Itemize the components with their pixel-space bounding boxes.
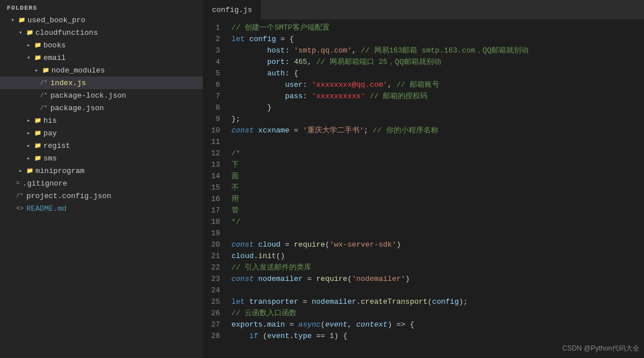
code-line-12: 12 /* <box>203 148 644 159</box>
sidebar-title: FOLDERS <box>0 0 203 14</box>
code-line-22: 22 // 引入发送邮件的类库 <box>203 262 644 273</box>
sidebar-item-label: .gitignore <box>23 179 67 188</box>
tab-label: config.js <box>212 6 252 14</box>
sidebar-item-pay[interactable]: ▸ 📁 pay <box>0 127 203 139</box>
sidebar-item-his[interactable]: ▸ 📁 his <box>0 114 203 127</box>
sidebar-item-label: books <box>43 41 66 50</box>
code-area: 1 // 创建一个SMTP客户端配置 2 let config = { 3 ho… <box>203 20 644 342</box>
folder-icon: 📁 <box>33 116 42 125</box>
code-line-20: 20 const cloud = require('wx-server-sdk'… <box>203 239 644 251</box>
sidebar-item-index-js[interactable]: /* index.js <box>0 77 203 89</box>
code-line-10: 10 const xcxname = '重庆大学二手书'; // 你的小程序名称 <box>203 125 644 136</box>
sidebar-item-sms[interactable]: ▸ 📁 sms <box>0 152 203 164</box>
sidebar-item-package-lock[interactable]: /* package-lock.json <box>0 89 203 102</box>
sidebar-item-label: project.config.json <box>26 192 111 200</box>
sidebar-item-label: email <box>43 54 66 62</box>
sidebar-item-regist[interactable]: ▸ 📁 regist <box>0 139 203 152</box>
code-line-13: 13 下 <box>203 159 644 171</box>
file-prefix: /* <box>40 104 47 111</box>
sidebar-item-label: regist <box>43 142 70 150</box>
file-prefix: <> <box>16 205 23 212</box>
code-line-19: 19 <box>203 228 644 239</box>
code-line-15: 15 不 <box>203 182 644 194</box>
sidebar-item-node_modules[interactable]: ▸ 📁 node_modules <box>0 64 203 77</box>
chevron-right-icon: ▸ <box>16 166 25 175</box>
tab-bar: config.js <box>203 0 644 20</box>
chevron-right-icon: ▸ <box>24 41 33 50</box>
sidebar-item-readme[interactable]: <> README.md <box>0 202 203 215</box>
code-line-26: 26 // 云函数入口函数 <box>203 308 644 319</box>
code-line-17: 17 管 <box>203 205 644 216</box>
chevron-right-icon: ▸ <box>24 154 33 163</box>
sidebar-item-label: used_book_pro <box>27 16 85 25</box>
sidebar-item-package-json[interactable]: /* package.json <box>0 102 203 114</box>
sidebar-item-label: miniprogram <box>35 167 85 175</box>
code-line-3: 3 host: 'smtp.qq.com', // 网易163邮箱 smtp.1… <box>203 45 644 57</box>
sidebar-item-label: package-lock.json <box>50 91 126 100</box>
sidebar-item-miniprogram[interactable]: ▸ 📁 miniprogram <box>0 164 203 177</box>
sidebar-item-label: pay <box>43 129 57 138</box>
code-line-6: 6 user: 'xxxxxxxx@qq.com', // 邮箱账号 <box>203 79 644 91</box>
folder-icon: 📁 <box>33 154 42 163</box>
code-line-24: 24 <box>203 285 644 296</box>
code-line-9: 9 }; <box>203 114 644 125</box>
code-line-1: 1 // 创建一个SMTP客户端配置 <box>203 22 644 34</box>
sidebar-item-cloudfunctions[interactable]: ▾ 📁 cloudfunctions <box>0 26 203 39</box>
chevron-right-icon: ▸ <box>24 141 33 150</box>
tab-active[interactable]: config.js <box>203 0 262 20</box>
chevron-right-icon: ▸ <box>24 128 33 138</box>
code-line-11: 11 <box>203 136 644 148</box>
folder-icon: 📁 <box>17 15 26 25</box>
folder-icon: 📁 <box>33 41 42 50</box>
file-prefix: = <box>16 180 20 187</box>
sidebar-item-label: his <box>43 116 57 125</box>
code-line-8: 8 } <box>203 102 644 114</box>
chevron-down-icon: ▾ <box>24 53 33 62</box>
code-line-4: 4 port: 465, // 网易邮箱端口 25，QQ邮箱就别动 <box>203 57 644 68</box>
chevron-right-icon: ▸ <box>32 66 41 75</box>
code-line-21: 21 cloud.init() <box>203 251 644 262</box>
file-prefix: /* <box>40 92 47 99</box>
chevron-down-icon: ▾ <box>8 15 17 25</box>
sidebar-item-books[interactable]: ▸ 📁 books <box>0 39 203 51</box>
sidebar-item-label: README.md <box>26 204 66 213</box>
sidebar-item-used_book_pro[interactable]: ▾ 📁 used_book_pro <box>0 14 203 26</box>
sidebar-item-label: package.json <box>50 104 104 112</box>
sidebar-item-email[interactable]: ▾ 📁 email <box>0 51 203 64</box>
code-line-2: 2 let config = { <box>203 34 644 45</box>
sidebar: FOLDERS ▾ 📁 used_book_pro ▾ 📁 cloudfunct… <box>0 0 203 358</box>
chevron-right-icon: ▸ <box>24 116 33 125</box>
code-line-25: 25 let transporter = nodemailer.createTr… <box>203 296 644 308</box>
code-line-27: 27 exports.main = async(event, context) … <box>203 319 644 331</box>
code-line-5: 5 auth: { <box>203 68 644 79</box>
file-prefix: /* <box>16 192 23 199</box>
sidebar-item-label: cloudfunctions <box>35 29 98 37</box>
code-line-16: 16 用 <box>203 194 644 205</box>
sidebar-item-label: index.js <box>50 79 86 87</box>
folder-icon: 📁 <box>41 66 50 75</box>
sidebar-item-label: node_modules <box>51 66 105 75</box>
folder-icon: 📁 <box>33 53 42 62</box>
editor: config.js 1 // 创建一个SMTP客户端配置 2 let confi… <box>203 0 644 358</box>
file-prefix: /* <box>40 79 47 86</box>
code-line-18: 18 */ <box>203 216 644 228</box>
folder-icon: 📁 <box>25 166 34 175</box>
folder-icon: 📁 <box>33 128 42 138</box>
sidebar-item-gitignore[interactable]: = .gitignore <box>0 177 203 190</box>
watermark: CSDN @Python代码大全 <box>562 344 639 353</box>
code-line-14: 14 面 <box>203 171 644 182</box>
folder-icon: 📁 <box>33 141 42 150</box>
sidebar-item-label: sms <box>43 154 57 163</box>
code-line-28: 28 if (event.type == 1) { <box>203 331 644 342</box>
sidebar-item-project-config[interactable]: /* project.config.json <box>0 190 203 202</box>
chevron-down-icon: ▾ <box>16 28 25 37</box>
code-line-7: 7 pass: 'xxxxxxxxxx' // 邮箱的授权码 <box>203 91 644 102</box>
code-line-23: 23 const nodemailer = require('nodemaile… <box>203 273 644 285</box>
folder-icon: 📁 <box>25 28 34 37</box>
